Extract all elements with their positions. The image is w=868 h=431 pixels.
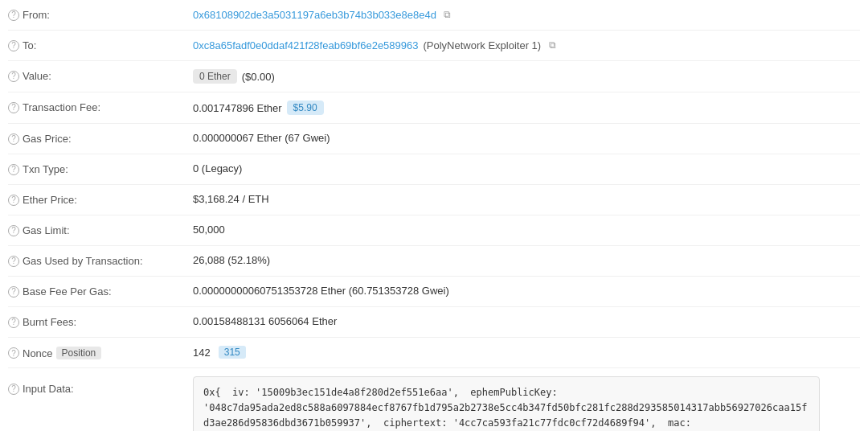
transaction-fee-info-icon[interactable]: ? bbox=[8, 102, 19, 113]
ether-price-info-icon[interactable]: ? bbox=[8, 195, 19, 206]
value-value: 0 Ether ($0.00) bbox=[193, 69, 860, 84]
gas-price-label: ? Gas Price: bbox=[8, 132, 193, 145]
transaction-fee-value: 0.001747896 Ether $5.90 bbox=[193, 101, 860, 115]
base-fee-value: 0.00000000060751353728 Ether (60.7513537… bbox=[193, 285, 860, 297]
ether-price-value: $3,168.24 / ETH bbox=[193, 193, 860, 205]
from-row: ? From: 0x68108902de3a5031197a6eb3b74b3b… bbox=[8, 0, 860, 31]
value-label: ? Value: bbox=[8, 69, 193, 82]
transaction-fee-usd-badge: $5.90 bbox=[287, 101, 324, 115]
gas-price-value: 0.000000067 Ether (67 Gwei) bbox=[193, 132, 860, 144]
ether-price-text: $3,168.24 / ETH bbox=[193, 193, 269, 205]
nonce-info-icon[interactable]: ? bbox=[8, 347, 19, 359]
from-info-icon[interactable]: ? bbox=[8, 10, 19, 21]
input-data-label: ? Input Data: bbox=[8, 376, 193, 395]
gas-price-row: ? Gas Price: 0.000000067 Ether (67 Gwei) bbox=[8, 124, 860, 154]
txn-type-value: 0 (Legacy) bbox=[193, 162, 860, 174]
gas-limit-label: ? Gas Limit: bbox=[8, 224, 193, 236]
burnt-fees-info-icon[interactable]: ? bbox=[8, 317, 19, 328]
base-fee-label: ? Base Fee Per Gas: bbox=[8, 285, 193, 298]
gas-used-info-icon[interactable]: ? bbox=[8, 256, 19, 267]
base-fee-row: ? Base Fee Per Gas: 0.000000000607513537… bbox=[8, 277, 860, 307]
to-copy-icon[interactable]: ⧉ bbox=[546, 39, 559, 51]
gas-used-label: ? Gas Used by Transaction: bbox=[8, 254, 193, 267]
gas-limit-info-icon[interactable]: ? bbox=[8, 225, 19, 236]
from-copy-icon[interactable]: ⧉ bbox=[441, 8, 454, 21]
ether-price-row: ? Ether Price: $3,168.24 / ETH bbox=[8, 185, 860, 216]
value-usd: ($0.00) bbox=[242, 71, 275, 83]
txn-type-info-icon[interactable]: ? bbox=[8, 164, 19, 175]
txn-type-text: 0 (Legacy) bbox=[193, 162, 242, 174]
from-label: ? From: bbox=[8, 8, 193, 21]
input-data-box[interactable]: 0x{ iv: '15009b3ec151de4a8f280d2ef551e6a… bbox=[193, 376, 820, 431]
gas-price-text: 0.000000067 Ether (67 Gwei) bbox=[193, 132, 330, 144]
input-data-info-icon[interactable]: ? bbox=[8, 384, 19, 395]
position-number: 315 bbox=[219, 346, 246, 359]
nonce-number: 142 bbox=[193, 347, 211, 359]
gas-used-value: 26,088 (52.18%) bbox=[193, 254, 860, 266]
transaction-fee-ether: 0.001747896 Ether bbox=[193, 102, 282, 114]
value-info-icon[interactable]: ? bbox=[8, 71, 19, 82]
gas-limit-row: ? Gas Limit: 50,000 bbox=[8, 216, 860, 246]
burnt-fees-value: 0.00158488131 6056064 Ether bbox=[193, 315, 860, 327]
transaction-fee-row: ? Transaction Fee: 0.001747896 Ether $5.… bbox=[8, 92, 860, 124]
base-fee-info-icon[interactable]: ? bbox=[8, 286, 19, 298]
to-info-icon[interactable]: ? bbox=[8, 40, 19, 51]
gas-limit-text: 50,000 bbox=[193, 224, 225, 236]
burnt-fees-row: ? Burnt Fees: 0.00158488131 6056064 Ethe… bbox=[8, 307, 860, 338]
input-data-row: ? Input Data: 0x{ iv: '15009b3ec151de4a8… bbox=[8, 368, 860, 431]
nonce-row: ? Nonce Position 142 315 bbox=[8, 338, 860, 368]
value-row: ? Value: 0 Ether ($0.00) bbox=[8, 61, 860, 92]
to-address-link[interactable]: 0xc8a65fadf0e0ddaf421f28feab69bf6e2e5899… bbox=[193, 39, 419, 51]
nonce-label: ? Nonce Position bbox=[8, 346, 193, 359]
txn-type-label: ? Txn Type: bbox=[8, 162, 193, 175]
position-label-badge: Position bbox=[56, 347, 102, 359]
burnt-fees-label: ? Burnt Fees: bbox=[8, 315, 193, 328]
to-value: 0xc8a65fadf0e0ddaf421f28feab69bf6e2e5899… bbox=[193, 39, 860, 51]
input-data-value: 0x{ iv: '15009b3ec151de4a8f280d2ef551e6a… bbox=[193, 376, 860, 431]
ether-price-label: ? Ether Price: bbox=[8, 193, 193, 206]
nonce-value: 142 315 bbox=[193, 346, 860, 359]
base-fee-text: 0.00000000060751353728 Ether (60.7513537… bbox=[193, 285, 449, 297]
from-address-link[interactable]: 0x68108902de3a5031197a6eb3b74b3b033e8e8e… bbox=[193, 9, 436, 21]
to-tag: (PolyNetwork Exploiter 1) bbox=[424, 39, 542, 51]
from-value: 0x68108902de3a5031197a6eb3b74b3b033e8e8e… bbox=[193, 8, 860, 21]
transaction-fee-label: ? Transaction Fee: bbox=[8, 101, 193, 113]
txn-type-row: ? Txn Type: 0 (Legacy) bbox=[8, 154, 860, 185]
value-ether-badge: 0 Ether bbox=[193, 69, 237, 84]
gas-limit-value: 50,000 bbox=[193, 224, 860, 236]
transaction-details: ? From: 0x68108902de3a5031197a6eb3b74b3b… bbox=[0, 0, 868, 431]
to-label: ? To: bbox=[8, 39, 193, 51]
burnt-fees-text: 0.00158488131 6056064 Ether bbox=[193, 315, 337, 327]
gas-used-text: 26,088 (52.18%) bbox=[193, 254, 270, 266]
gas-price-info-icon[interactable]: ? bbox=[8, 133, 19, 145]
to-row: ? To: 0xc8a65fadf0e0ddaf421f28feab69bf6e… bbox=[8, 31, 860, 61]
gas-used-row: ? Gas Used by Transaction: 26,088 (52.18… bbox=[8, 246, 860, 277]
